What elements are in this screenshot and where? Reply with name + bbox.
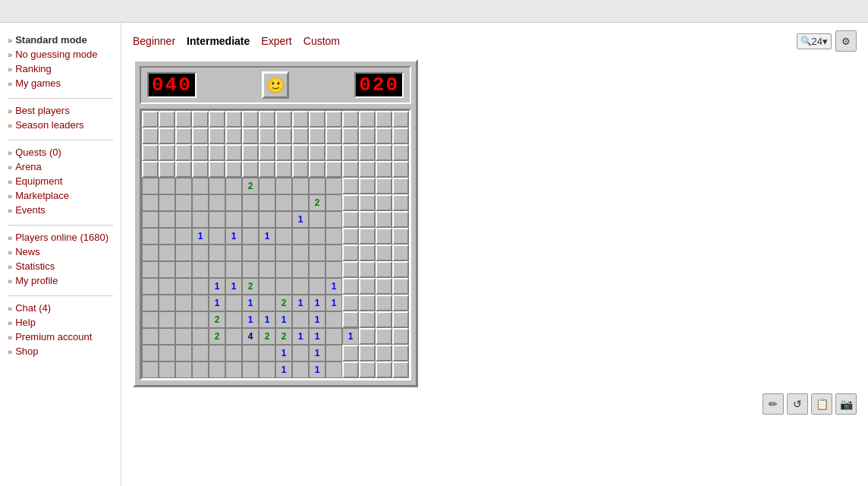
- cell[interactable]: [275, 178, 292, 194]
- cell[interactable]: [142, 161, 159, 178]
- cell[interactable]: [275, 144, 292, 161]
- cell[interactable]: [142, 245, 159, 261]
- cell[interactable]: [159, 128, 175, 144]
- cell[interactable]: [175, 295, 192, 311]
- cell[interactable]: [209, 161, 225, 178]
- cell[interactable]: [225, 295, 242, 311]
- cell[interactable]: [242, 128, 259, 144]
- sidebar-link-marketplace[interactable]: Marketplace: [15, 190, 69, 201]
- cell[interactable]: [242, 245, 259, 261]
- cell[interactable]: [225, 361, 242, 378]
- cell[interactable]: [392, 128, 409, 144]
- cell[interactable]: [209, 178, 225, 194]
- cell[interactable]: [175, 245, 192, 261]
- cell[interactable]: [359, 245, 376, 261]
- sidebar-item-news[interactable]: » News: [8, 246, 113, 257]
- cell[interactable]: [376, 328, 392, 345]
- cell[interactable]: [275, 261, 292, 278]
- cell[interactable]: 1: [309, 345, 326, 361]
- cell[interactable]: [192, 211, 209, 228]
- cell[interactable]: 1: [292, 295, 309, 311]
- cell[interactable]: [159, 261, 175, 278]
- cell[interactable]: 1: [225, 278, 242, 295]
- cell[interactable]: [275, 111, 292, 128]
- cell[interactable]: [359, 228, 376, 245]
- cell[interactable]: 2: [275, 328, 292, 345]
- cell[interactable]: [326, 144, 342, 161]
- sidebar-item-equipment[interactable]: » Equipment: [8, 175, 113, 187]
- zoom-select[interactable]: 🔍 24 ▾: [797, 33, 832, 49]
- cell[interactable]: [142, 128, 159, 144]
- cell[interactable]: [326, 211, 342, 228]
- cell[interactable]: [192, 295, 209, 311]
- sidebar-item-quests[interactable]: » Quests (0): [8, 147, 113, 158]
- cell[interactable]: [175, 161, 192, 178]
- cell[interactable]: [242, 144, 259, 161]
- cell[interactable]: 2: [309, 194, 326, 211]
- sidebar-item-events[interactable]: » Events: [8, 204, 113, 216]
- sidebar-item-chat[interactable]: » Chat (4): [8, 302, 113, 314]
- cell[interactable]: [175, 345, 192, 361]
- cell[interactable]: [275, 228, 292, 245]
- cell[interactable]: [209, 228, 225, 245]
- cell[interactable]: [142, 361, 159, 378]
- cell[interactable]: [376, 178, 392, 194]
- cell[interactable]: [342, 144, 359, 161]
- cell[interactable]: [309, 245, 326, 261]
- cell[interactable]: [175, 194, 192, 211]
- cell[interactable]: 1: [309, 295, 326, 311]
- cell[interactable]: 2: [242, 178, 259, 194]
- cell[interactable]: [175, 261, 192, 278]
- cell[interactable]: [376, 361, 392, 378]
- cell[interactable]: [225, 144, 242, 161]
- cell[interactable]: 2: [209, 311, 225, 328]
- cell[interactable]: [359, 178, 376, 194]
- cell[interactable]: [342, 261, 359, 278]
- cell[interactable]: [242, 261, 259, 278]
- cell[interactable]: 2: [275, 295, 292, 311]
- cell[interactable]: 1: [326, 295, 342, 311]
- reset-button[interactable]: ↺: [787, 393, 808, 415]
- cell[interactable]: [209, 128, 225, 144]
- cell[interactable]: [159, 194, 175, 211]
- cell[interactable]: [142, 278, 159, 295]
- cell[interactable]: [359, 144, 376, 161]
- cell[interactable]: [292, 261, 309, 278]
- cell[interactable]: [292, 278, 309, 295]
- cell[interactable]: [342, 228, 359, 245]
- cell[interactable]: [342, 311, 359, 328]
- cell[interactable]: [309, 161, 326, 178]
- cell[interactable]: [309, 178, 326, 194]
- cell[interactable]: [225, 311, 242, 328]
- cell[interactable]: 1: [259, 228, 275, 245]
- cell[interactable]: [259, 128, 275, 144]
- cell[interactable]: [342, 178, 359, 194]
- cell[interactable]: [259, 194, 275, 211]
- cell[interactable]: [225, 178, 242, 194]
- cell[interactable]: [292, 178, 309, 194]
- cell[interactable]: [142, 111, 159, 128]
- cell[interactable]: [209, 194, 225, 211]
- cell[interactable]: 1: [242, 311, 259, 328]
- cell[interactable]: [309, 144, 326, 161]
- sidebar-item-my-games[interactable]: » My games: [8, 77, 113, 89]
- cell[interactable]: [209, 261, 225, 278]
- cell[interactable]: 1: [242, 295, 259, 311]
- cell[interactable]: [192, 261, 209, 278]
- cell[interactable]: [159, 211, 175, 228]
- cell[interactable]: [392, 161, 409, 178]
- settings-button[interactable]: ⚙: [835, 30, 857, 52]
- cell[interactable]: [192, 178, 209, 194]
- cell[interactable]: 1: [342, 328, 359, 345]
- cell[interactable]: [326, 245, 342, 261]
- sidebar-item-ranking[interactable]: » Ranking: [8, 63, 113, 74]
- cell[interactable]: [242, 111, 259, 128]
- cell[interactable]: [175, 178, 192, 194]
- cell[interactable]: [142, 144, 159, 161]
- cell[interactable]: [259, 178, 275, 194]
- cell[interactable]: [175, 328, 192, 345]
- cell[interactable]: [309, 128, 326, 144]
- cell[interactable]: [326, 328, 342, 345]
- cell[interactable]: [309, 211, 326, 228]
- cell[interactable]: [242, 161, 259, 178]
